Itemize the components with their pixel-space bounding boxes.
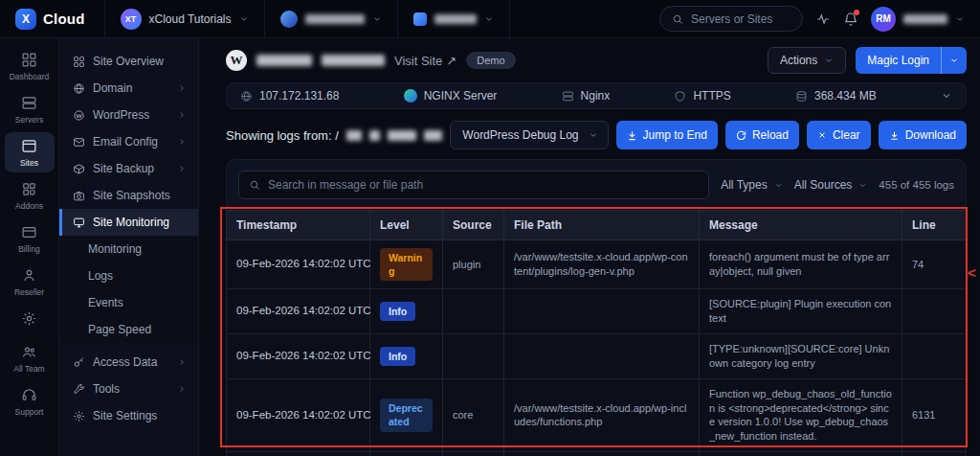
rail-item-settings[interactable] <box>5 305 55 335</box>
sidebar-label: Site Overview <box>93 55 164 68</box>
chevron-down-icon[interactable] <box>942 56 967 65</box>
topbar-right: RM <box>659 6 980 32</box>
database-icon <box>795 90 808 103</box>
workspace-selector[interactable]: XT xCloud Tutorials <box>105 0 264 38</box>
rail-item-reseller[interactable]: Reseller <box>5 262 55 302</box>
user-menu[interactable]: RM <box>871 7 965 32</box>
activity-icon[interactable] <box>815 11 831 27</box>
sidebar-item-site-settings[interactable]: Site Settings <box>59 402 198 429</box>
protocol: HTTPS <box>674 89 730 103</box>
logs-toolbar: Showing logs from: / WordPress Debug Log… <box>226 121 967 149</box>
cell-line: 74 <box>902 240 967 289</box>
cell-message: Function wp_debug_chaos_old_function is … <box>700 378 902 451</box>
cell-message: [SOURCE:plugin] Plugin execution context <box>700 289 902 334</box>
rail-label: All Team <box>13 364 44 374</box>
clear-label: Clear <box>833 128 860 142</box>
col-level[interactable]: Level <box>370 211 443 240</box>
rail-item-servers[interactable]: Servers <box>5 89 55 129</box>
download-button[interactable]: Download <box>879 121 967 149</box>
log-type-select[interactable]: WordPress Debug Log <box>450 121 608 149</box>
camera-icon <box>73 190 85 202</box>
sidebar-item-page-speed[interactable]: Page Speed <box>59 316 198 343</box>
sidebar-item-events[interactable]: Events <box>59 289 198 316</box>
rail-item-all-team[interactable]: All Team <box>5 338 55 378</box>
chevron-down-icon <box>239 14 249 24</box>
cell-source <box>443 334 504 379</box>
reload-button[interactable]: Reload <box>725 121 799 149</box>
redacted-user-name <box>903 14 947 24</box>
log-search-input[interactable] <box>268 178 699 192</box>
table-row[interactable]: 09-Feb-2026 14:02:02 UTC Deprecated core… <box>227 378 967 451</box>
rail-label: Servers <box>15 115 43 125</box>
gear-icon <box>21 310 37 327</box>
expand-info-chevron-icon[interactable] <box>941 90 952 102</box>
redacted-site-title <box>256 55 312 66</box>
log-search[interactable] <box>238 171 709 199</box>
table-row[interactable]: 09-Feb-2026 14:02:02 UTC Info [SOURCE:pl… <box>227 289 967 334</box>
site-selector[interactable] <box>398 0 509 38</box>
chevron-down-icon <box>774 181 783 190</box>
col-file-path[interactable]: File Path <box>504 211 700 240</box>
global-search-input[interactable] <box>691 12 791 26</box>
credit-card-icon <box>21 224 37 240</box>
table-row[interactable]: 09-Feb-2026 14:02:02 UTC Info [TYPE:unkn… <box>227 334 967 379</box>
monitor-icon <box>73 217 85 229</box>
sidebar-item-logs[interactable]: Logs <box>59 262 198 289</box>
cell-file-path: /var/www/testsite.x-cloud.app/wp-content… <box>504 452 700 456</box>
sidebar-item-wordpress[interactable]: WordPress <box>59 102 198 128</box>
rail-label: Reseller <box>14 287 44 297</box>
xcloud-logo[interactable]: X Cloud <box>0 9 104 30</box>
col-message[interactable]: Message <box>700 211 902 240</box>
user-icon <box>21 267 37 284</box>
magic-login-label: Magic Login <box>856 54 941 67</box>
magic-login-button[interactable]: Magic Login <box>856 47 967 74</box>
rail-item-support[interactable]: Support <box>5 381 55 422</box>
level-badge: Warning <box>380 248 433 281</box>
cell-file-path: /var/www/testsite.x-cloud.app/wp-content… <box>504 240 700 289</box>
server-name: NGINX Server <box>404 89 498 103</box>
redacted-site-title <box>322 55 385 66</box>
cell-timestamp: 09-Feb-2026 14:02:02 UTC <box>227 452 370 456</box>
sidebar-label: Access Data <box>93 355 157 369</box>
sidebar-item-email-config[interactable]: Email Config <box>59 128 198 155</box>
close-icon <box>817 130 827 140</box>
chevron-right-icon <box>177 357 187 367</box>
col-timestamp[interactable]: Timestamp <box>227 211 370 240</box>
sidebar-item-site-snapshots[interactable]: Site Snapshots <box>59 182 198 209</box>
puzzle-icon <box>21 181 37 197</box>
actions-button[interactable]: Actions <box>768 47 846 74</box>
global-search[interactable] <box>659 6 803 32</box>
jump-to-end-button[interactable]: Jump to End <box>616 121 718 149</box>
clear-button[interactable]: Clear <box>807 121 871 149</box>
server-name-label: NGINX Server <box>424 89 498 103</box>
col-line[interactable]: Line <box>902 211 967 240</box>
col-source[interactable]: Source <box>443 211 504 240</box>
chevron-down-icon <box>484 14 494 24</box>
sidebar-item-domain[interactable]: Domain <box>59 75 198 102</box>
table-header-row: Timestamp Level Source File Path Message… <box>227 211 967 240</box>
sidebar-item-site-backup[interactable]: Site Backup <box>59 155 198 182</box>
rail-item-sites[interactable]: Sites <box>5 132 55 172</box>
table-row[interactable]: 09-Feb-2026 14:02:02 UTC Fatal plugin /v… <box>227 452 967 456</box>
server-selector[interactable] <box>265 0 397 38</box>
sidebar-item-tools[interactable]: Tools <box>59 376 198 402</box>
table-row[interactable]: 09-Feb-2026 14:02:02 UTC Warning plugin … <box>227 240 967 289</box>
sidebar-item-monitoring[interactable]: Monitoring <box>59 236 198 262</box>
level-badge: Info <box>380 302 415 321</box>
rail-item-billing[interactable]: Billing <box>5 218 55 259</box>
rail-item-addons[interactable]: Addons <box>5 175 55 216</box>
types-filter[interactable]: All Types <box>721 178 782 192</box>
sources-filter[interactable]: All Sources <box>794 178 868 192</box>
workspace-avatar: XT <box>121 9 142 30</box>
sidebar-item-site-overview[interactable]: Site Overview <box>59 48 198 75</box>
redacted-path <box>369 130 380 141</box>
sidebar-item-access-data[interactable]: Access Data <box>59 349 198 376</box>
bell-icon[interactable] <box>843 11 858 27</box>
visit-site-link[interactable]: Visit Site ↗ <box>394 54 457 68</box>
sidebar-item-site-monitoring[interactable]: Site Monitoring <box>59 209 198 236</box>
rail-label: Sites <box>20 158 38 168</box>
site-avatar-icon <box>413 12 427 26</box>
rail-item-dashboard[interactable]: Dashboard <box>5 46 55 86</box>
wrench-icon <box>73 383 85 396</box>
sidebar-label: Site Settings <box>93 409 157 422</box>
